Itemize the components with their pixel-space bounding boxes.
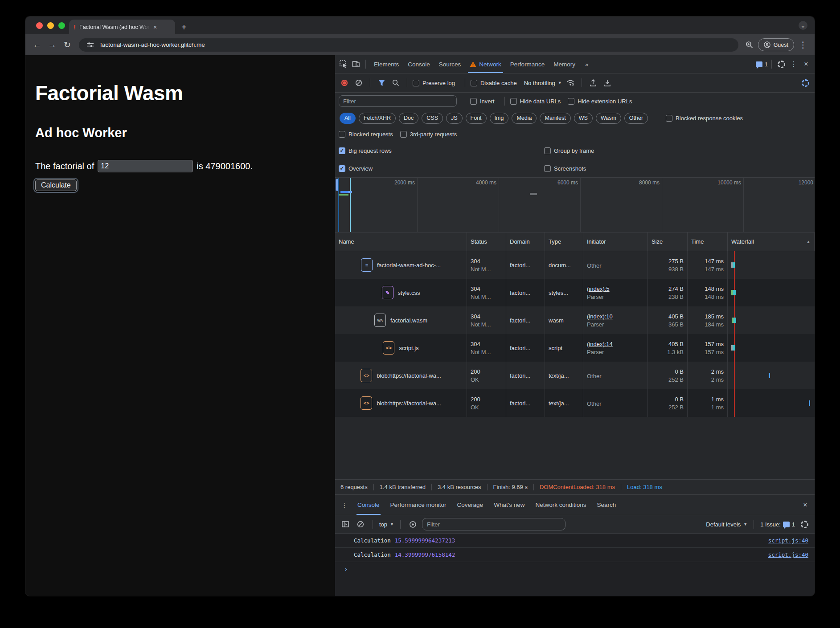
tab-network[interactable]: Network	[465, 55, 506, 73]
log-levels-dropdown[interactable]: Default levels▼	[706, 521, 747, 528]
drawer-tab-coverage[interactable]: Coverage	[452, 495, 489, 515]
clear-network-log-icon[interactable]	[353, 77, 365, 89]
table-row[interactable]: WAfactorial.wasm304Not M...factori...was…	[335, 306, 815, 334]
table-row[interactable]: <>script.js304Not M...factori...script(i…	[335, 334, 815, 362]
filter-chip-js[interactable]: JS	[446, 113, 463, 124]
hide-data-urls-checkbox[interactable]: Hide data URLs	[510, 98, 561, 105]
forward-button[interactable]: →	[46, 40, 58, 50]
filter-icon[interactable]	[376, 77, 387, 89]
invert-checkbox[interactable]: Invert	[470, 98, 495, 105]
more-tabs-button[interactable]: »	[581, 55, 593, 73]
preserve-log-checkbox[interactable]: Preserve log	[413, 80, 455, 86]
browser-tab[interactable]: ! Factorial Wasm (ad hoc Work ×	[69, 20, 175, 34]
console-context-selector[interactable]: top▼	[379, 521, 394, 528]
issues-counter[interactable]: 1	[756, 61, 768, 68]
blocked-response-cookies-checkbox[interactable]: Blocked response cookies	[666, 115, 743, 122]
minimize-window-button[interactable]	[47, 22, 54, 29]
tab-sources[interactable]: Sources	[434, 55, 466, 73]
device-toolbar-icon[interactable]	[350, 58, 362, 70]
network-conditions-icon[interactable]	[565, 77, 576, 89]
record-network-log-icon[interactable]	[339, 77, 350, 89]
factorial-input[interactable]	[98, 160, 193, 172]
clear-console-icon[interactable]	[355, 518, 366, 530]
calculate-button[interactable]: Calculate	[35, 179, 77, 191]
import-har-icon[interactable]	[587, 77, 599, 89]
console-filter-input[interactable]	[422, 518, 565, 530]
screenshots-checkbox[interactable]: Screenshots	[544, 165, 586, 172]
column-header-time[interactable]: Time	[688, 232, 728, 251]
console-source-link[interactable]: script.js:40	[768, 551, 808, 558]
table-row[interactable]: <>blob:https://factorial-wa...200OKfacto…	[335, 389, 815, 417]
profile-button[interactable]: Guest	[758, 38, 794, 51]
maximize-window-button[interactable]	[58, 22, 65, 29]
filter-chip-css[interactable]: CSS	[422, 113, 443, 124]
drawer-tab-network-conditions[interactable]: Network conditions	[530, 495, 592, 515]
column-header-name[interactable]: Name	[335, 232, 467, 251]
tab-console[interactable]: Console	[403, 55, 434, 73]
tab-elements[interactable]: Elements	[369, 55, 403, 73]
column-header-waterfall[interactable]: Waterfall▲	[728, 232, 815, 251]
devtools-menu-icon[interactable]: ⋮	[788, 58, 799, 70]
devtools-settings-icon[interactable]	[775, 58, 787, 70]
table-row[interactable]: ≡factorial-wasm-ad-hoc-...304Not M...fac…	[335, 251, 815, 279]
filter-chip-doc[interactable]: Doc	[399, 113, 418, 124]
drawer-tab-search[interactable]: Search	[592, 495, 622, 515]
tab-performance[interactable]: Performance	[506, 55, 549, 73]
devtools-close-icon[interactable]: ×	[800, 58, 812, 70]
filter-chip-other[interactable]: Other	[624, 113, 648, 124]
table-row[interactable]: <>blob:https://factorial-wa...200OKfacto…	[335, 362, 815, 389]
initiator-link[interactable]: (index):10	[587, 313, 644, 320]
network-overview-timeline[interactable]: 2000 ms4000 ms6000 ms8000 ms10000 ms1200…	[335, 177, 815, 232]
filter-chip-ws[interactable]: WS	[574, 113, 593, 124]
address-bar[interactable]: factorial-wasm-ad-hoc-worker.glitch.me	[79, 38, 738, 52]
initiator-link[interactable]: (index):5	[587, 285, 644, 292]
new-tab-button[interactable]: +	[181, 23, 187, 32]
table-row[interactable]: ✎style.css304Not M...factori...styles...…	[335, 279, 815, 306]
throttling-dropdown[interactable]: No throttling▼	[524, 80, 562, 86]
console-source-link[interactable]: script.js:40	[768, 537, 808, 544]
network-filter-input[interactable]	[339, 95, 457, 107]
column-header-type[interactable]: Type	[545, 232, 583, 251]
column-header-size[interactable]: Size	[648, 232, 688, 251]
drawer-tab-console[interactable]: Console	[352, 495, 385, 515]
console-prompt-chevron[interactable]: ›	[335, 562, 815, 573]
zoom-icon[interactable]	[744, 39, 755, 51]
filter-chip-fetchxhr[interactable]: Fetch/XHR	[359, 113, 396, 124]
console-sidebar-icon[interactable]	[340, 518, 351, 530]
drawer-tab-performance-monitor[interactable]: Performance monitor	[385, 495, 452, 515]
tab-memory[interactable]: Memory	[549, 55, 580, 73]
console-settings-icon[interactable]	[799, 518, 810, 530]
drawer-tab-what-s-new[interactable]: What's new	[488, 495, 530, 515]
column-header-status[interactable]: Status	[467, 232, 506, 251]
disable-cache-checkbox[interactable]: Disable cache	[471, 80, 517, 86]
sort-arrow-icon[interactable]: ▲	[806, 239, 811, 244]
reload-button[interactable]: ↻	[61, 40, 74, 50]
drawer-close-icon[interactable]: ×	[799, 499, 811, 511]
live-expression-eye-icon[interactable]	[407, 518, 418, 530]
third-party-requests-checkbox[interactable]: 3rd-party requests	[400, 131, 457, 138]
inspect-element-icon[interactable]	[338, 58, 349, 70]
back-button[interactable]: ←	[31, 40, 43, 50]
hide-extension-urls-checkbox[interactable]: Hide extension URLs	[568, 98, 632, 105]
site-settings-icon[interactable]	[84, 39, 96, 51]
filter-chip-media[interactable]: Media	[512, 113, 537, 124]
drawer-menu-icon[interactable]: ⋮	[339, 499, 350, 511]
search-icon[interactable]	[390, 77, 402, 89]
filter-chip-font[interactable]: Font	[466, 113, 487, 124]
overview-checkbox[interactable]: ✓Overview	[339, 165, 373, 172]
filter-chip-img[interactable]: Img	[490, 113, 509, 124]
blocked-requests-checkbox[interactable]: Blocked requests	[339, 131, 393, 138]
filter-chip-wasm[interactable]: Wasm	[596, 113, 621, 124]
tab-close-icon[interactable]: ×	[153, 24, 157, 30]
column-header-domain[interactable]: Domain	[506, 232, 545, 251]
tab-search-button[interactable]: ⌄	[799, 21, 807, 30]
export-har-icon[interactable]	[602, 77, 613, 89]
network-settings-icon[interactable]	[799, 77, 811, 89]
browser-menu-icon[interactable]: ⋮	[797, 40, 809, 50]
console-issues-counter[interactable]: 1 Issue: 1	[760, 521, 795, 528]
filter-chip-all[interactable]: All	[340, 113, 356, 124]
filter-chip-manifest[interactable]: Manifest	[540, 113, 570, 124]
group-by-frame-checkbox[interactable]: Group by frame	[544, 147, 594, 154]
initiator-link[interactable]: (index):14	[587, 341, 644, 347]
close-window-button[interactable]	[36, 22, 43, 29]
